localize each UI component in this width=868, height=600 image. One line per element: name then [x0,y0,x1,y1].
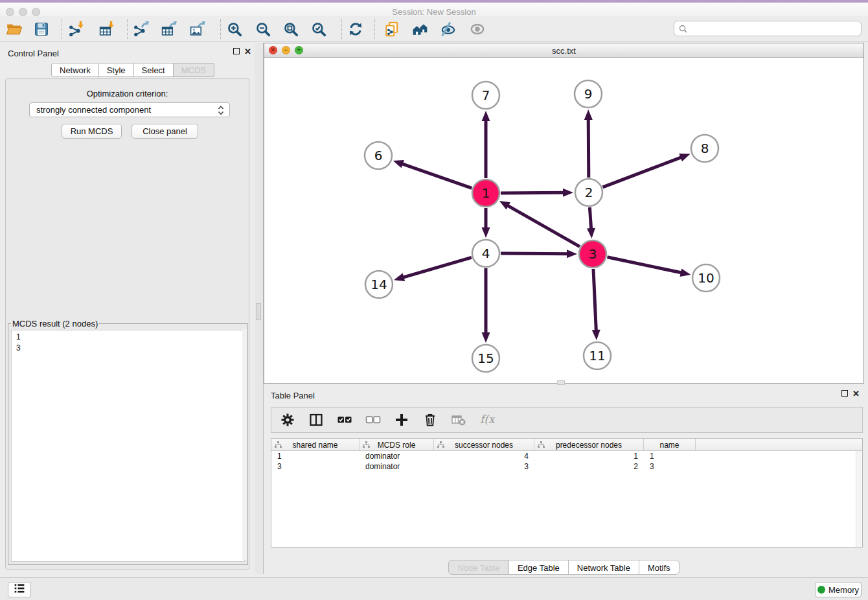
add-column-button[interactable] [392,410,411,430]
graph-edge-2-9[interactable] [588,118,589,178]
network-title: scc.txt [264,46,863,56]
tab-motifs[interactable]: Motifs [639,560,680,575]
tab-network-table[interactable]: Network Table [568,560,639,575]
criterion-dropdown[interactable]: strongly connected component [29,102,230,117]
vertical-splitter[interactable] [255,43,264,574]
graph-node-8[interactable]: 8 [691,135,718,162]
unselect-all-columns-button[interactable] [363,410,383,430]
graph-node-11[interactable]: 11 [584,342,611,369]
horizontal-splitter-handle[interactable] [557,380,565,385]
table-cell[interactable]: dominator [360,461,434,472]
table-scrollbar[interactable] [856,451,862,547]
export-network-button[interactable] [130,18,153,40]
table-row[interactable]: 1dominator411 [271,451,862,461]
zoom-fit-icon [282,21,299,38]
zoom-fit-button[interactable] [279,18,303,40]
table-cell[interactable]: 2 [534,461,644,472]
graph-node-1[interactable]: 1 [472,179,499,207]
graph-node-9[interactable]: 9 [575,80,602,108]
import-network-button[interactable] [65,18,88,40]
export-image-button[interactable] [186,18,209,40]
column-label: MCDS role [378,441,416,450]
split-panel-button[interactable] [306,410,326,430]
tab-network[interactable]: Network [51,63,99,77]
delete-column-button[interactable] [420,410,440,430]
graph-node-14[interactable]: 14 [365,271,393,298]
settings-gear-button[interactable] [278,410,297,430]
refresh-view-button[interactable] [344,18,367,40]
titlebar: Session: New Session [0,3,868,16]
open-session-button[interactable] [3,18,26,40]
tab-style[interactable]: Style [99,63,134,77]
style-visibility-button[interactable] [437,18,460,40]
graph-edge-2-3[interactable] [589,207,591,230]
column-header-MCDS-role[interactable]: MCDS role [360,439,434,451]
control-panel-float-button[interactable] [233,48,240,54]
save-session-button[interactable] [30,18,53,40]
column-header-shared-name[interactable]: shared name [271,439,360,451]
table-cell[interactable]: 4 [434,451,534,461]
graph-node-10[interactable]: 10 [692,264,720,292]
zoom-out-button[interactable] [251,18,275,40]
column-header-predecessor-nodes[interactable]: predecessor nodes [534,439,644,451]
dropdown-stepper-icon [218,105,224,118]
graph-edge-3-11[interactable] [593,269,596,332]
graph-edge-4-3[interactable] [501,253,569,254]
zoom-selected-button[interactable] [307,18,330,40]
sort-hierarchy-icon [538,441,545,450]
table-row[interactable]: 3dominator323 [271,461,862,472]
column-header-name[interactable]: name [644,439,696,451]
graph-edge-3-10[interactable] [608,257,683,273]
search-box [674,21,862,36]
table-cell[interactable]: 1 [271,451,360,461]
table-cell[interactable]: dominator [360,451,434,461]
tab-select[interactable]: Select [134,63,174,77]
graph-edge-arrow [679,154,690,161]
mcds-result-scrollbar[interactable] [242,329,247,560]
task-history-button[interactable] [8,582,31,597]
settings-gear-icon [280,412,295,428]
mcds-result-textarea[interactable]: 1 3 [11,330,245,562]
table-cell[interactable]: 3 [434,461,534,472]
close-panel-button[interactable]: Close panel [131,124,198,139]
tab-mcds[interactable]: MCDS [174,63,214,77]
tab-edge-table[interactable]: Edge Table [508,560,569,575]
graph-node-7[interactable]: 7 [472,82,499,109]
column-header-successor-nodes[interactable]: successor nodes [434,439,534,451]
graph-node-4[interactable]: 4 [472,240,499,267]
select-all-columns-button[interactable] [335,410,354,430]
clone-network-button[interactable] [380,18,404,40]
graph-node-3[interactable]: 3 [579,240,606,268]
splitter-handle[interactable] [256,303,261,320]
graph-node-15[interactable]: 15 [472,345,499,372]
table-panel-close-button[interactable]: ✕ [852,390,860,397]
table-cell[interactable]: 1 [534,451,644,461]
table-panel-float-button[interactable] [841,390,848,397]
graph-edge-4-14[interactable] [402,257,472,277]
zoom-in-button[interactable] [223,18,246,40]
network-canvas[interactable]: 7968124314101511 [264,58,863,384]
toolbar-separator [220,19,221,39]
home-view-button[interactable] [409,18,432,40]
search-input[interactable] [690,21,861,36]
graph-edge-1-6[interactable] [401,163,472,188]
export-table-button[interactable] [157,18,181,40]
table-cell[interactable]: 3 [271,461,360,472]
run-mcds-button[interactable]: Run MCDS [62,124,122,139]
graph-node-6[interactable]: 6 [365,142,392,169]
session-title: Session: New Session [0,7,868,17]
zoom-selected-icon [310,21,327,38]
graph-edge-1-2[interactable] [501,192,565,193]
graph-edge-3-1[interactable] [507,205,580,246]
import-table-button[interactable] [95,18,119,40]
control-panel-close-button[interactable]: ✕ [244,48,251,55]
table-cell[interactable]: 3 [644,461,696,472]
table-cell[interactable]: 1 [644,451,696,461]
optimization-criterion-label: Optimization criterion: [5,89,249,98]
delete-table-button [449,410,468,430]
graph-edge-2-8[interactable] [603,157,683,187]
graph-node-2[interactable]: 2 [575,179,602,206]
graphics-details-icon [469,21,486,38]
memory-button[interactable]: Memory [815,582,862,597]
tab-node-table[interactable]: Node Table [448,560,509,575]
